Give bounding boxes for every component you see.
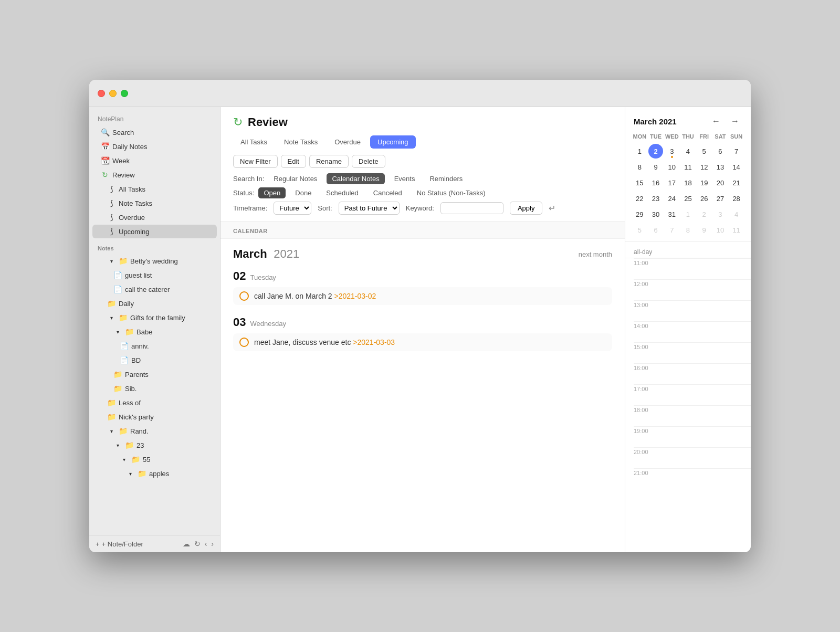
mini-cal-day-7[interactable]: 7	[729, 144, 744, 159]
mini-cal-next-button[interactable]: →	[728, 115, 742, 127]
sidebar-item-parents[interactable]: 📁 Parents	[92, 367, 217, 381]
mini-cal-day-19[interactable]: 19	[697, 175, 711, 190]
mini-cal-day-apr9[interactable]: 9	[697, 223, 711, 237]
mini-cal-day-12[interactable]: 12	[697, 160, 711, 174]
mini-cal-day-17[interactable]: 17	[665, 175, 679, 190]
sidebar-item-apples[interactable]: ▾ 📁 apples	[92, 467, 217, 480]
sidebar-item-guest-list[interactable]: 📄 guest list	[92, 268, 217, 282]
tab-overdue[interactable]: Overdue	[327, 135, 368, 149]
sidebar-item-bd[interactable]: 📄 BD	[92, 353, 217, 367]
search-in-regular-notes[interactable]: Regular Notes	[268, 173, 322, 184]
sidebar-item-call-the-caterer[interactable]: 📄 call the caterer	[92, 282, 217, 296]
sidebar-item-upcoming[interactable]: ⟆ Upcoming	[92, 225, 217, 238]
task-link-1[interactable]: >2021-03-03	[353, 338, 395, 346]
mini-cal-day-apr3[interactable]: 3	[713, 207, 728, 222]
mini-cal-day-20[interactable]: 20	[713, 175, 728, 190]
next-month-button[interactable]: next month	[579, 250, 612, 258]
mini-cal-day-apr5[interactable]: 5	[632, 223, 647, 237]
mini-cal-day-14[interactable]: 14	[729, 160, 744, 174]
sidebar-item-sib[interactable]: 📁 Sib.	[92, 382, 217, 395]
mini-cal-day-apr1[interactable]: 1	[680, 207, 695, 222]
sidebar-item-nicks-party[interactable]: 📁 Nick's party	[92, 410, 217, 424]
sidebar-item-23[interactable]: ▾ 📁 23	[92, 438, 217, 452]
sort-select[interactable]: Past to Future Future to Past	[339, 202, 400, 215]
edit-button[interactable]: Edit	[281, 155, 306, 168]
status-done[interactable]: Done	[290, 187, 317, 198]
mini-cal-day-27[interactable]: 27	[713, 191, 728, 206]
rename-button[interactable]: Rename	[309, 155, 349, 168]
sidebar-item-bettys-wedding[interactable]: ▾ 📁 Betty's wedding	[92, 254, 217, 268]
task-link-0[interactable]: >2021-03-02	[334, 292, 376, 300]
sidebar-item-note-tasks[interactable]: ⟆ Note Tasks	[92, 196, 217, 210]
tab-all-tasks[interactable]: All Tasks	[233, 135, 275, 149]
mini-cal-day-15[interactable]: 15	[632, 175, 647, 190]
mini-cal-prev-button[interactable]: ←	[709, 115, 723, 127]
status-canceled[interactable]: Canceled	[368, 187, 407, 198]
apply-button[interactable]: Apply	[510, 202, 543, 215]
sidebar-item-55[interactable]: ▾ 📁 55	[92, 452, 217, 466]
mini-cal-day-5[interactable]: 5	[697, 144, 711, 159]
sidebar-item-babe[interactable]: ▾ 📁 Babe	[92, 325, 217, 339]
mini-cal-day-13[interactable]: 13	[713, 160, 728, 174]
keyword-input[interactable]	[440, 202, 503, 214]
sidebar-item-less-of[interactable]: 📁 Less of	[92, 396, 217, 409]
sync-icon[interactable]: ↻	[194, 540, 201, 548]
delete-button[interactable]: Delete	[352, 155, 385, 168]
mini-cal-day-25[interactable]: 25	[680, 191, 695, 206]
sidebar-item-gifts[interactable]: ▾ 📁 Gifts for the family	[92, 311, 217, 324]
mini-cal-day-1[interactable]: 1	[632, 144, 647, 159]
mini-cal-day-30[interactable]: 30	[648, 207, 663, 222]
tab-note-tasks[interactable]: Note Tasks	[277, 135, 325, 149]
sidebar-item-anniv[interactable]: 📄 anniv.	[92, 339, 217, 353]
status-open[interactable]: Open	[258, 187, 286, 198]
close-button[interactable]	[98, 90, 105, 97]
mini-cal-day-apr6[interactable]: 6	[648, 223, 663, 237]
chevron-left-icon[interactable]: ‹	[205, 540, 207, 548]
mini-cal-day-apr7[interactable]: 7	[665, 223, 679, 237]
task-circle-1[interactable]	[239, 338, 249, 347]
minimize-button[interactable]	[109, 90, 117, 97]
mini-cal-day-9[interactable]: 9	[648, 160, 663, 174]
sidebar-item-overdue[interactable]: ⟆ Overdue	[92, 210, 217, 224]
sidebar-item-week[interactable]: 📆 Week	[92, 154, 217, 167]
sidebar-item-all-tasks[interactable]: ⟆ All Tasks	[92, 182, 217, 196]
mini-cal-day-29[interactable]: 29	[632, 207, 647, 222]
mini-cal-day-23[interactable]: 23	[648, 191, 663, 206]
search-in-reminders[interactable]: Reminders	[424, 173, 468, 184]
add-note-folder-button[interactable]: + + Note/Folder	[96, 540, 143, 548]
search-in-calendar-notes[interactable]: Calendar Notes	[327, 173, 384, 184]
mini-cal-day-28[interactable]: 28	[729, 191, 744, 206]
search-in-events[interactable]: Events	[389, 173, 421, 184]
status-no-status[interactable]: No Status (Non-Tasks)	[412, 187, 491, 198]
chevron-right-icon[interactable]: ›	[211, 540, 214, 548]
mini-cal-day-31[interactable]: 31	[665, 207, 679, 222]
mini-cal-day-apr2[interactable]: 2	[697, 207, 711, 222]
mini-cal-day-apr4[interactable]: 4	[729, 207, 744, 222]
status-scheduled[interactable]: Scheduled	[321, 187, 363, 198]
tab-upcoming[interactable]: Upcoming	[370, 135, 416, 149]
mini-cal-day-22[interactable]: 22	[632, 191, 647, 206]
new-filter-button[interactable]: New Filter	[233, 155, 278, 168]
mini-cal-day-4[interactable]: 4	[680, 144, 695, 159]
sidebar-item-daily[interactable]: 📁 Daily	[92, 297, 217, 310]
mini-cal-day-apr10[interactable]: 10	[713, 223, 728, 237]
mini-cal-day-18[interactable]: 18	[680, 175, 695, 190]
sidebar-item-review[interactable]: ↻ Review	[92, 168, 217, 182]
sidebar-item-daily-notes[interactable]: 📅 Daily Notes	[92, 140, 217, 153]
mini-cal-day-11[interactable]: 11	[680, 160, 695, 174]
mini-cal-day-10[interactable]: 10	[665, 160, 679, 174]
mini-cal-day-26[interactable]: 26	[697, 191, 711, 206]
sidebar-item-search[interactable]: 🔍 Search	[92, 125, 217, 139]
mini-cal-day-8[interactable]: 8	[632, 160, 647, 174]
task-circle-0[interactable]	[239, 291, 249, 301]
mini-cal-day-apr8[interactable]: 8	[680, 223, 695, 237]
mini-cal-day-16[interactable]: 16	[648, 175, 663, 190]
maximize-button[interactable]	[121, 90, 128, 97]
mini-cal-day-21[interactable]: 21	[729, 175, 744, 190]
mini-cal-day-3[interactable]: 3	[665, 144, 679, 159]
mini-cal-day-6[interactable]: 6	[713, 144, 728, 159]
mini-cal-day-2[interactable]: 2	[648, 144, 663, 159]
cloud-icon[interactable]: ☁	[183, 540, 190, 548]
mini-cal-day-24[interactable]: 24	[665, 191, 679, 206]
sidebar-item-rand[interactable]: ▾ 📁 Rand.	[92, 424, 217, 438]
